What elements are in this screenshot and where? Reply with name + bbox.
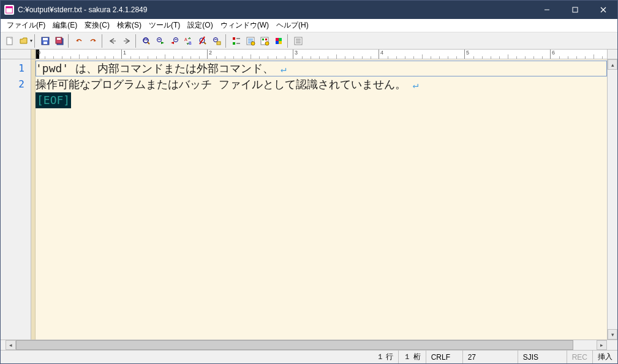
line-number: 2 — [1, 76, 31, 92]
svg-rect-1 — [6, 7, 13, 9]
menu-setting[interactable]: 設定(O) — [184, 19, 216, 32]
ruler[interactable]: 0123456 — [36, 50, 607, 59]
type-settings-button[interactable] — [244, 34, 257, 48]
status-encoding[interactable]: SJIS — [518, 351, 567, 363]
toolbar: ▾ AB — [1, 32, 617, 50]
minimize-button[interactable] — [533, 1, 561, 19]
open-dropdown-icon[interactable]: ▾ — [30, 38, 32, 43]
search-mark-button[interactable] — [196, 34, 209, 48]
indent-button[interactable] — [120, 34, 134, 48]
svg-rect-33 — [217, 42, 220, 45]
menu-edit[interactable]: 編集(E) — [49, 19, 81, 32]
scroll-up-button[interactable]: ▴ — [608, 59, 617, 70]
ruler-major-tick: 6 — [550, 50, 607, 59]
ruler-major-tick: 3 — [293, 50, 379, 59]
ruler-major-tick: 5 — [464, 50, 550, 59]
status-insert-mode[interactable]: 挿入 — [593, 351, 617, 363]
horizontal-scrollbar[interactable]: ◂ ▸ — [1, 340, 617, 350]
ruler-major-tick: 2 — [207, 50, 293, 59]
svg-line-18 — [148, 42, 149, 44]
status-bar: １ 行 １ 桁 CRLF 27 SJIS REC 挿入 — [1, 350, 617, 363]
redo-button[interactable] — [86, 34, 100, 48]
line-text: 操作可能なプログラムまたはバッチ ファイルとして認識されていません。 — [36, 78, 406, 91]
svg-point-32 — [216, 39, 217, 40]
svg-rect-12 — [57, 38, 61, 40]
menu-convert[interactable]: 変換(C) — [81, 19, 113, 32]
scroll-h-thumb[interactable] — [16, 340, 573, 350]
text-editor[interactable]: 'pwd' は、内部コマンドまたは外部コマンド、 ↵ 操作可能なプログラムまたは… — [36, 59, 607, 340]
save-all-button[interactable] — [53, 34, 66, 48]
menu-file[interactable]: ファイル(F) — [3, 19, 49, 32]
svg-point-16 — [145, 39, 146, 40]
eof-marker: [EOF] — [36, 92, 71, 108]
line-text: 'pwd' は、内部コマンドまたは外部コマンド、 — [36, 62, 274, 75]
scroll-v-track[interactable] — [608, 70, 617, 329]
svg-point-31 — [214, 39, 216, 40]
scroll-h-track[interactable] — [16, 340, 597, 350]
title-bar[interactable]: C:¥output¥stderr.txt - sakura 2.4.1.2849 — [1, 1, 617, 19]
new-file-button[interactable] — [3, 34, 17, 48]
outline-button[interactable] — [230, 34, 243, 48]
replace-button[interactable]: AB — [182, 34, 195, 48]
svg-point-42 — [251, 42, 255, 45]
editor-body: 1 2 'pwd' は、内部コマンドまたは外部コマンド、 ↵ 操作可能なプログラ… — [1, 59, 617, 340]
svg-text:A: A — [184, 37, 187, 42]
svg-point-20 — [158, 39, 159, 40]
search-next-button[interactable] — [154, 34, 167, 48]
svg-rect-47 — [276, 38, 279, 41]
svg-rect-48 — [279, 38, 282, 41]
menu-tool[interactable]: ツール(T) — [145, 19, 184, 32]
common-settings-button[interactable] — [258, 34, 271, 48]
status-column[interactable]: １ 桁 — [399, 351, 426, 363]
svg-rect-3 — [573, 7, 578, 12]
status-rec[interactable]: REC — [567, 351, 593, 363]
svg-point-22 — [174, 37, 178, 42]
svg-point-30 — [214, 37, 218, 42]
undo-button[interactable] — [72, 34, 86, 48]
svg-rect-45 — [265, 39, 267, 40]
close-button[interactable] — [589, 1, 617, 19]
scroll-down-button[interactable]: ▾ — [608, 329, 617, 340]
svg-point-17 — [146, 39, 148, 40]
grep-button[interactable] — [210, 34, 224, 48]
outdent-button[interactable] — [106, 34, 119, 48]
color-settings-button[interactable] — [272, 34, 285, 48]
app-icon — [4, 5, 14, 15]
gutter-corner — [1, 50, 31, 59]
svg-rect-50 — [279, 41, 282, 44]
line-number-gutter[interactable]: 1 2 — [1, 59, 31, 340]
menu-search[interactable]: 検索(S) — [113, 19, 145, 32]
crlf-icon: ↵ — [413, 79, 419, 91]
status-line[interactable]: １ 行 — [372, 351, 399, 363]
ruler-row: 0123456 — [1, 50, 617, 59]
text-line[interactable]: 'pwd' は、内部コマンドまたは外部コマンド、 ↵ — [36, 61, 607, 76]
status-charcode[interactable]: 27 — [463, 351, 518, 363]
save-button[interactable] — [39, 34, 52, 48]
vertical-scrollbar[interactable]: ▴ ▾ — [607, 59, 617, 340]
search-prev-button[interactable] — [168, 34, 181, 48]
menu-bar: ファイル(F) 編集(E) 変換(C) 検索(S) ツール(T) 設定(O) ウ… — [1, 19, 617, 32]
scroll-left-button[interactable]: ◂ — [6, 340, 16, 350]
command-list-button[interactable] — [292, 34, 305, 48]
maximize-button[interactable] — [561, 1, 589, 19]
menu-window[interactable]: ウィンドウ(W) — [217, 19, 273, 32]
search-button[interactable] — [140, 34, 153, 48]
eof-line: [EOF] — [36, 92, 607, 108]
svg-rect-8 — [43, 38, 48, 40]
svg-point-15 — [143, 38, 148, 43]
line-number: 1 — [1, 61, 31, 76]
window-controls — [533, 1, 617, 19]
text-line[interactable]: 操作可能なプログラムまたはバッチ ファイルとして認識されていません。 ↵ — [36, 76, 607, 92]
ruler-major-tick: 1 — [121, 50, 207, 59]
status-eol[interactable]: CRLF — [426, 351, 463, 363]
scroll-right-button[interactable]: ▸ — [597, 340, 607, 350]
open-file-button[interactable] — [17, 34, 31, 48]
crlf-icon: ↵ — [281, 63, 287, 75]
svg-point-19 — [157, 37, 162, 42]
ruler-corner — [607, 50, 617, 59]
menu-help[interactable]: ヘルプ(H) — [273, 19, 312, 32]
svg-line-29 — [204, 42, 206, 44]
change-strip-header — [31, 50, 36, 59]
svg-point-46 — [265, 42, 269, 45]
ruler-major-tick: 4 — [379, 50, 464, 59]
